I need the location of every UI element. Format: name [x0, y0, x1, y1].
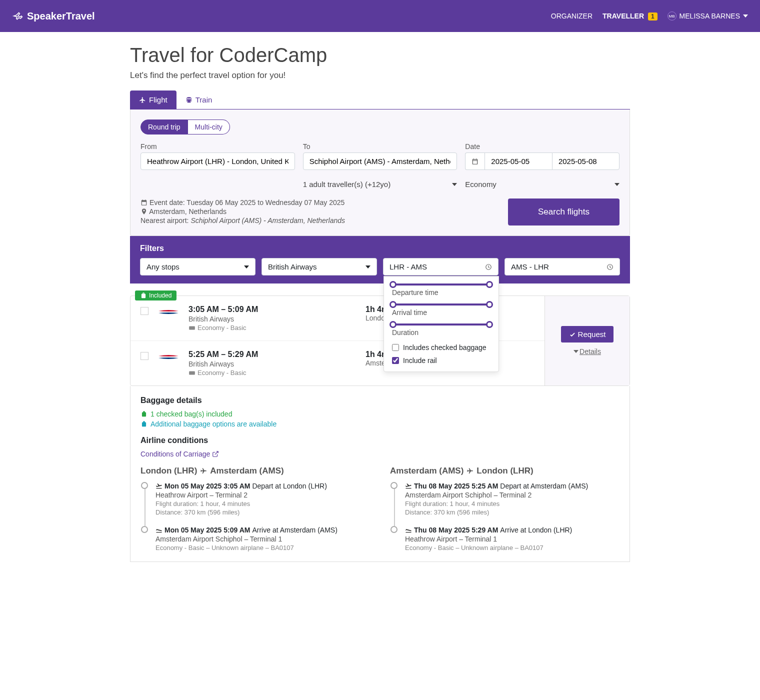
filters-title: Filters	[140, 244, 620, 253]
navbar: SpeakerTravel ORGANIZER TRAVELLER 1 MB M…	[0, 0, 760, 32]
calendar-icon	[465, 152, 484, 170]
cabin-dropdown[interactable]: Economy	[465, 176, 620, 192]
filter-route2-label: AMS - LHR	[511, 262, 549, 271]
timeline-item: Thu 08 May 2025 5:29 AM Arrive at London…	[394, 526, 620, 552]
travellers-label: 1 adult traveller(s) (+12yo)	[303, 180, 391, 188]
avatar: MB	[668, 12, 676, 20]
chevron-down-icon	[452, 183, 457, 186]
page-subtitle: Let's find the perfect travel option for…	[130, 70, 630, 80]
departure-slider[interactable]	[392, 284, 490, 286]
calendar-icon	[140, 199, 148, 206]
luggage-cart-icon	[140, 420, 148, 428]
nav-right: ORGANIZER TRAVELLER 1 MB MELISSA BARNES	[551, 12, 748, 20]
date-from-input[interactable]	[484, 152, 552, 170]
travellers-dropdown[interactable]: 1 adult traveller(s) (+12yo)	[303, 176, 458, 192]
leg-duration: Flight duration: 1 hour, 4 minutes	[405, 500, 620, 508]
nav-traveller[interactable]: TRAVELLER 1	[602, 12, 658, 20]
flight-airline: British Airways	[188, 360, 358, 368]
suitcase-icon	[140, 292, 147, 299]
search-button[interactable]: Search flights	[508, 198, 620, 226]
plane-icon	[466, 468, 474, 474]
leg-terminal: Heathrow Airport – Terminal 1	[405, 535, 620, 543]
leg-distance: Distance: 370 km (596 miles)	[156, 508, 370, 516]
baggage-included: 1 checked bag(s) included	[140, 410, 620, 418]
request-button[interactable]: Request	[561, 326, 614, 342]
filter-route2[interactable]: AMS - LHR	[504, 258, 620, 276]
travel-tabs: Flight Train	[130, 90, 630, 110]
timeline-item: Mon 05 May 2025 3:05 AM Depart at London…	[144, 482, 370, 526]
to-input[interactable]	[303, 152, 458, 170]
plane-landing-icon	[156, 526, 162, 534]
baggage-checkbox[interactable]	[392, 344, 399, 351]
leg-head: Thu 08 May 2025 5:29 AM Arrive at London…	[405, 526, 620, 534]
check-icon	[569, 331, 576, 338]
chevron-down-icon	[244, 266, 249, 268]
flight-checkbox[interactable]	[140, 307, 148, 315]
leg-head: Mon 05 May 2025 5:09 AM Arrive at Amster…	[156, 526, 370, 534]
details-link[interactable]: Details	[574, 348, 601, 356]
tab-train[interactable]: Train	[176, 90, 222, 109]
arrival-slider[interactable]	[392, 304, 490, 306]
filter-stops[interactable]: Any stops	[140, 258, 256, 276]
route-title: London (LHR) Amsterdam (AMS)	[140, 466, 370, 476]
duration-slider[interactable]	[392, 324, 490, 326]
filter-route1[interactable]: LHR - AMS Departure time Arrival time Du…	[383, 258, 498, 276]
flight-time: 5:25 AM – 5:29 AM	[188, 350, 358, 359]
filter-airline[interactable]: British Airways	[262, 258, 377, 276]
page-title: Travel for CoderCamp	[130, 44, 630, 66]
train-icon	[186, 96, 192, 104]
plane-icon	[139, 96, 146, 104]
rail-check-row[interactable]: Include rail	[392, 356, 490, 364]
pill-roundtrip[interactable]: Round trip	[140, 120, 188, 134]
brand-logo[interactable]: SpeakerTravel	[12, 10, 95, 22]
user-menu[interactable]: MB MELISSA BARNES	[668, 12, 748, 20]
from-input[interactable]	[140, 152, 295, 170]
chevron-down-icon	[366, 266, 370, 268]
route-title: Amsterdam (AMS) London (LHR)	[390, 466, 620, 476]
search-panel: Round trip Multi-city From To Date	[130, 110, 630, 236]
rail-checkbox[interactable]	[392, 357, 399, 364]
flight-checkbox[interactable]	[140, 352, 148, 360]
timeline-dot	[141, 482, 148, 489]
flight-airline: British Airways	[188, 315, 358, 323]
plane-takeoff-icon	[156, 482, 162, 490]
timeline-dot	[390, 526, 398, 533]
baggage-additional-text: Additional baggage options are available	[150, 420, 276, 428]
rail-label: Include rail	[403, 356, 437, 364]
traveller-badge: 1	[648, 12, 658, 20]
result-card: 3:05 AM – 5:09 AM British Airways Econom…	[130, 296, 630, 386]
nearest-value: Schiphol Airport (AMS) - Amsterdam, Neth…	[190, 216, 345, 224]
filter-airline-label: British Airways	[268, 262, 317, 271]
details-label: Details	[580, 348, 601, 356]
ticket-icon	[188, 324, 196, 332]
conditions-title: Airline conditions	[140, 436, 620, 445]
plane-takeoff-icon	[405, 482, 412, 490]
conditions-link[interactable]: Conditions of Carriage	[140, 450, 620, 458]
request-label: Request	[578, 330, 606, 338]
user-name: MELISSA BARNES	[680, 12, 740, 20]
result-action: Request Details	[544, 296, 630, 386]
airline-logo	[156, 306, 180, 318]
nav-organizer[interactable]: ORGANIZER	[551, 12, 592, 20]
plane-icon	[200, 468, 207, 474]
clock-icon	[485, 264, 492, 270]
results-list: Included 3:05 AM – 5:09 AM British Airwa…	[130, 296, 630, 562]
tab-flight[interactable]: Flight	[130, 90, 176, 109]
arrival-label: Arrival time	[392, 308, 490, 316]
conditions-link-text: Conditions of Carriage	[140, 450, 210, 458]
cabin-label: Economy	[465, 180, 496, 188]
leg-duration: Flight duration: 1 hour, 4 minutes	[156, 500, 370, 508]
pill-multicity[interactable]: Multi-city	[188, 120, 230, 134]
filter-stops-label: Any stops	[146, 262, 180, 271]
baggage-included-text: 1 checked bag(s) included	[150, 410, 232, 418]
pin-icon	[140, 208, 148, 215]
baggage-check-row[interactable]: Includes checked baggage	[392, 344, 490, 352]
date-to-input[interactable]	[552, 152, 620, 170]
tab-train-label: Train	[196, 96, 212, 104]
to-label: To	[303, 142, 458, 150]
event-meta: Event date: Tuesday 06 May 2025 to Wedne…	[140, 198, 345, 226]
baggage-additional[interactable]: Additional baggage options are available	[140, 420, 620, 428]
brand-text: SpeakerTravel	[27, 10, 95, 22]
included-text: Included	[149, 292, 172, 299]
route-column: London (LHR) Amsterdam (AMS) Mon 05 May …	[140, 466, 370, 552]
